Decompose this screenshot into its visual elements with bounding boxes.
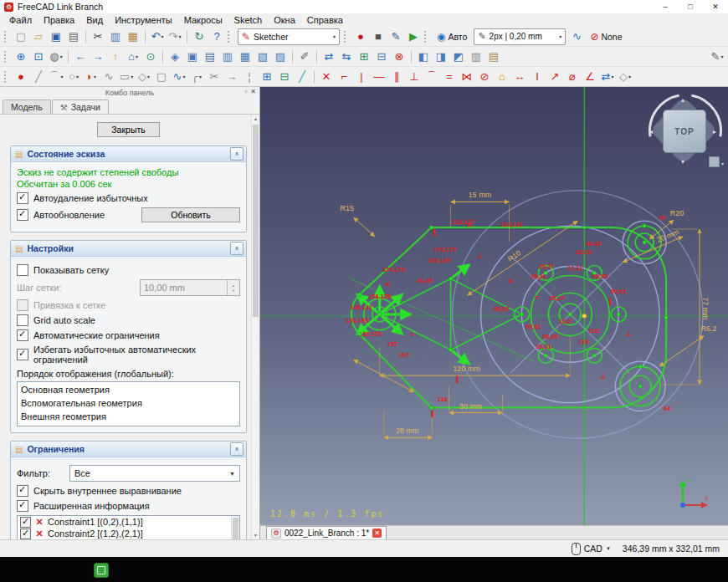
dimension-label[interactable]: R20: [670, 209, 684, 217]
sketch-vertex[interactable]: [643, 241, 647, 245]
trim-edge-button[interactable]: ✂: [206, 69, 223, 85]
navcube-down-arrow-icon[interactable]: ▾: [681, 159, 684, 166]
float-panel-icon[interactable]: ▫: [244, 88, 247, 95]
sketch-vertex[interactable]: [449, 277, 453, 281]
view-right-button[interactable]: ▥: [219, 48, 236, 65]
constrain-lock-button[interactable]: ⌂: [494, 69, 510, 85]
toggle-construction-button[interactable]: ╱: [294, 69, 310, 85]
constraint-list[interactable]: ✕Constraint1 [(0,2),(1,1)]✕Constraint2 […: [17, 515, 240, 539]
navcube-left-arrow-icon[interactable]: ◂: [649, 129, 653, 135]
new-file-button[interactable]: ▢: [13, 28, 29, 45]
create-point-button[interactable]: ●: [13, 69, 29, 85]
undo-button[interactable]: ↶▾: [149, 28, 166, 45]
menu-item[interactable]: Sketch: [228, 14, 269, 26]
3d-viewport[interactable]: 15 mm20 mm77 mm120 mm30 mm28 mmR15R20R10…: [260, 87, 728, 525]
navcube-up-arrow-icon[interactable]: ▴: [681, 97, 684, 104]
tab-tasks[interactable]: ⚒ Задачи: [52, 100, 109, 114]
create-arc-button[interactable]: ⌒▾: [48, 69, 64, 85]
close-document-button[interactable]: ⊗: [391, 48, 408, 65]
measure-distance-button[interactable]: ✐: [296, 48, 313, 65]
constrain-tangent-button[interactable]: ⌒: [423, 69, 440, 85]
dimension-label[interactable]: R15: [341, 204, 355, 212]
dimension-label[interactable]: 28 mm: [396, 426, 418, 435]
toggle-active-constraint-button[interactable]: ◇▾: [617, 69, 633, 85]
create-polyline-button[interactable]: ∿: [100, 69, 117, 85]
sketch-vertex[interactable]: [592, 354, 597, 358]
macro-edit-button[interactable]: ✎: [387, 28, 404, 45]
combo-panel-titlebar[interactable]: Комбо панель ▫ ✕: [0, 87, 259, 98]
toolbar-grip[interactable]: [424, 31, 428, 43]
view-forward-button[interactable]: →: [90, 48, 106, 65]
menu-item[interactable]: Справка: [301, 14, 349, 26]
sketch-vertex[interactable]: [377, 313, 382, 317]
scrollbar-thumb[interactable]: [233, 518, 238, 539]
navcube-menu-icon[interactable]: ▾: [709, 156, 720, 167]
create-fillet-button[interactable]: ╭▾: [188, 69, 205, 85]
menu-item[interactable]: Окна: [268, 14, 301, 26]
constraint-filter-select[interactable]: Все ▼: [69, 465, 240, 482]
paste-selection-button[interactable]: ▤: [485, 48, 502, 65]
list-item[interactable]: Основная геометрия: [18, 383, 239, 396]
spinner-arrows-icon[interactable]: ▲▼: [227, 280, 239, 295]
view-top-button[interactable]: ▤: [202, 48, 218, 65]
sketch-vertex[interactable]: [617, 313, 621, 317]
view-left-button[interactable]: ▨: [272, 48, 289, 65]
sync-view-button[interactable]: ⇄: [320, 48, 337, 65]
constrain-point-on-object-button[interactable]: ⌐: [336, 69, 352, 85]
toolbar-grip[interactable]: [228, 31, 232, 43]
grid-step-input[interactable]: 10,00 mm ▲▼: [140, 279, 240, 296]
toolbar-grip[interactable]: [4, 51, 8, 63]
view-back-button[interactable]: ←: [72, 48, 89, 65]
sync-camera-button[interactable]: ⇆: [338, 48, 355, 65]
taskbar-app-icon[interactable]: [94, 563, 109, 578]
document-tab[interactable]: ⚙ 0022_Link_Branch : 1* ✕: [266, 526, 387, 539]
link-go-button[interactable]: ⊟: [373, 48, 390, 65]
list-item[interactable]: Внешняя геометрия: [18, 410, 239, 423]
constrain-coincident-button[interactable]: ✕: [318, 69, 335, 85]
constrain-horizontal-button[interactable]: —: [371, 69, 387, 85]
update-button[interactable]: Обновить: [141, 207, 240, 222]
render-order-list[interactable]: Основная геометрияВспомогательная геомет…: [17, 381, 240, 426]
sketch-vertex[interactable]: [449, 348, 453, 352]
create-rectangle-button[interactable]: ▭▾: [118, 69, 135, 85]
sketch-vertex[interactable]: [429, 406, 433, 410]
view-front-button[interactable]: ▣: [184, 48, 201, 65]
constraints-header[interactable]: ▤ Ограничения ∧: [11, 442, 246, 457]
navcube-right-arrow-icon[interactable]: ▸: [713, 129, 716, 135]
sketch-vertex[interactable]: [638, 365, 643, 369]
constraint-checkbox[interactable]: [20, 517, 31, 528]
navcube-top-face[interactable]: TOP: [663, 110, 706, 153]
auto-update-checkbox[interactable]: [17, 209, 28, 221]
constrain-parallel-button[interactable]: ∥: [388, 69, 405, 85]
snap-none-indicator[interactable]: ⊘ None: [586, 31, 626, 43]
menu-item[interactable]: Правка: [38, 14, 80, 26]
close-task-button[interactable]: Закрыть: [97, 122, 159, 137]
create-bspline-button[interactable]: ∿▾: [171, 69, 187, 85]
carbon-copy-button[interactable]: ⊟: [276, 69, 293, 85]
tab-close-icon[interactable]: ✕: [372, 528, 382, 538]
constrain-block-button[interactable]: ⊘: [476, 69, 493, 85]
collapse-icon[interactable]: ∧: [230, 147, 244, 161]
origin-point[interactable]: [582, 314, 587, 318]
constraint-row[interactable]: ✕Constraint1 [(0,2),(1,1)]: [18, 516, 232, 528]
toolbar-grip[interactable]: [4, 31, 8, 43]
dimension-label[interactable]: 120 mm: [453, 365, 479, 373]
sketch-vertex[interactable]: [544, 271, 548, 275]
create-conic-button[interactable]: ◗▾: [83, 69, 100, 85]
copy-button[interactable]: ▥: [107, 28, 124, 45]
constrain-vertical-button[interactable]: |: [353, 69, 370, 85]
titlebar[interactable]: ⚙ FreeCAD Link Branch – □ ✕: [0, 0, 728, 13]
sketch-vertex[interactable]: [568, 313, 572, 317]
constrain-distance-y-button[interactable]: I: [529, 69, 546, 85]
sketch-vertex[interactable]: [357, 293, 361, 297]
sketch-vertex[interactable]: [357, 332, 361, 336]
dimension-label[interactable]: 15 mm: [469, 191, 491, 200]
constraint-checkbox[interactable]: [20, 528, 31, 539]
constrain-radius-button[interactable]: ⌀: [564, 69, 581, 85]
sketch-vertex[interactable]: [544, 354, 548, 358]
toolbar-grip[interactable]: [344, 31, 348, 43]
zoom-selection-button[interactable]: ⊡: [30, 48, 47, 65]
hide-internal-checkbox[interactable]: [17, 485, 28, 497]
constrain-symmetric-button[interactable]: ⋈: [459, 69, 475, 85]
dock-overlay-button[interactable]: ◧: [415, 48, 432, 65]
